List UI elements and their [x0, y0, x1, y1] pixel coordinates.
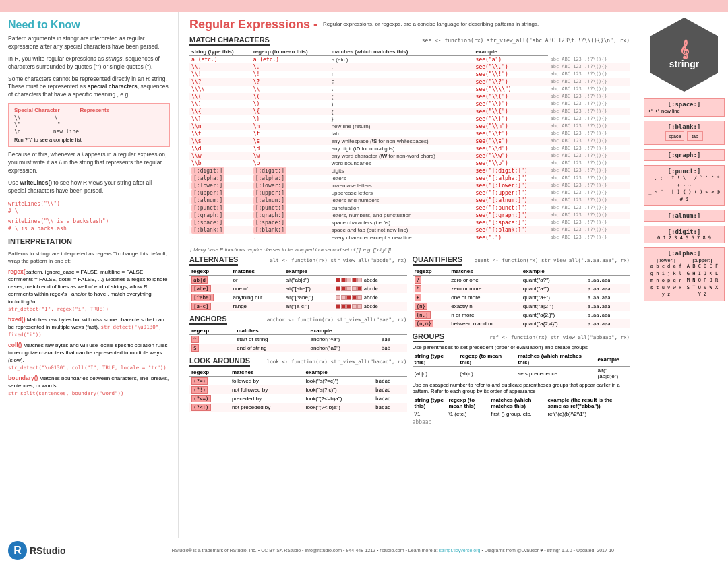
table-row: $ end of string anchor("a$") aaa: [189, 344, 407, 352]
table-row: (?<=) preceded by look("(?<=b)a") bacad: [189, 394, 407, 403]
col-regexp: regexp (to mean this): [251, 48, 330, 56]
digit-posix-box: [:digit:] 0 1 2 3 4 5 6 7 8 9: [644, 226, 725, 243]
alt-func: alt <- function(rx) str_view_all("abcde"…: [270, 257, 406, 263]
anchors-section: ANCHORS anchor <- function(rx) str_view_…: [189, 315, 407, 352]
match-table: string (type this) regexp (to mean this)…: [189, 48, 630, 241]
rstudio-text: RStudio: [30, 545, 66, 556]
alpha-posix-box: [:alpha:] [:lower:] a b c d e fg h i j k…: [644, 247, 725, 301]
interp-intro: Patterns in stringr are interpreted as r…: [8, 250, 170, 265]
left-para1: Pattern arguments in stringr are interpr…: [8, 35, 170, 51]
table-row: + one or more quant("a+") .a.aa.aaa: [413, 293, 630, 302]
table-row: {n,} n or more quant("a{2,}") .a.aa.aaa: [413, 311, 630, 319]
table-row: (ab|d) (ab|d) sets precedence alt("(ab|d…: [413, 367, 630, 381]
table-row: \\s\sany whitespace (\S for non-whitespa…: [189, 137, 630, 145]
table-row: [a-c] range alt("[a-c]") abcde: [189, 302, 407, 311]
alternates-title: ALTERNATES: [189, 255, 238, 266]
alt-col-regexp: regexp: [189, 268, 231, 276]
alt-col-example: example: [284, 268, 334, 276]
quant-func: quant <- function(rx) str_view_all(".a.a…: [475, 257, 630, 263]
table-row: (?!) not followed by look("a(?!c)") baca…: [189, 385, 407, 394]
table-row: \\}\}}see("\\}")abc ABC 123 .!?\(){}: [189, 115, 630, 123]
table-row: [:alnum:][:alnum:]letters and numberssee…: [189, 197, 630, 204]
main-title: Regular Expressions -: [189, 18, 317, 32]
table-row: \\b\bword boundariessee("\\b")abc ABC 12…: [189, 160, 630, 167]
col-matches: matches (which matches this): [330, 48, 474, 56]
sc-header-char: Special Character: [14, 107, 60, 113]
look-title: LOOK AROUNDS: [189, 356, 250, 367]
main-header: Regular Expressions - Regular expression…: [189, 18, 630, 32]
table-row: \\\\\\\see("\\\\")abc ABC 123 .!?\(){}: [189, 86, 630, 93]
blank-posix-box: [:blank:] space tab: [644, 121, 725, 145]
match-chars-title: MATCH CHARACTERS: [189, 36, 270, 46]
anchor-table: regexp matches example ^ start of string…: [189, 327, 407, 352]
left-title: Need to Know: [8, 19, 170, 31]
table-row: (?=) followed by look("a(?=c)") bacad: [189, 377, 407, 386]
far-right-panel: 𝄞 stringr [:space:] ↵ ↵ new line [:blank…: [640, 12, 728, 538]
table-row: [:punct:][:punct:]punctuationsee("[:punc…: [189, 204, 630, 212]
table-row: ..every character except a new linesee("…: [189, 234, 630, 241]
table-row: \\)\))see("\\)")abc ABC 123 .!?\(){}: [189, 100, 630, 108]
digit-label: [:digit:]: [648, 228, 720, 235]
main-panel: Regular Expressions - Regular expression…: [183, 12, 636, 538]
alt-quant-section: ALTERNATES alt <- function(rx) str_view_…: [189, 255, 630, 425]
anchors-title: ANCHORS: [189, 315, 227, 325]
groups-table2: string (type this) regexp (to mean this)…: [413, 396, 630, 418]
alnum-posix-box: [:alnum:]: [644, 210, 725, 222]
table-row: a (etc.)a (etc.)a (etc.)see("a")abc ABC …: [189, 56, 630, 64]
code-block-2: writeLines("\\ is a backslash") # \ is a…: [8, 217, 170, 232]
quant-table: regexp matches example ? zero or one qua…: [413, 268, 630, 328]
alternates-section: ALTERNATES alt <- function(rx) str_view_…: [189, 255, 407, 425]
table-row: \\w\wany word character (\W for non-word…: [189, 152, 630, 160]
col-example: example: [474, 48, 549, 56]
table-row: ab|d or alt("ab|d") abcde: [189, 276, 407, 285]
table-row: ^ start of string anchor("^a") aaa: [189, 335, 407, 344]
table-row: [:lower:][:lower:]lowercase letterssee("…: [189, 182, 630, 189]
left-para3: Some characters cannot be represented di…: [8, 75, 170, 100]
punct-label: [:punct:]: [648, 168, 720, 175]
graph-posix-box: [:graph:]: [644, 149, 725, 161]
table-row: \\(\((see("\\(")abc ABC 123 .!?\(){}: [189, 93, 630, 100]
space-label: [:space:]: [648, 101, 720, 108]
special-char-box: Special Character Represents \\\ \"" \nn…: [8, 103, 170, 147]
digit-chars: 0 1 2 3 4 5 6 7 8 9: [648, 235, 720, 241]
look-table: regexp matches example (?=) followed by …: [189, 369, 407, 412]
upper-label: [:upper:]: [685, 258, 720, 263]
groups-note: Use an escaped number to refer to and du…: [413, 382, 630, 394]
groups-table: string (type this) regexp (to mean this)…: [413, 352, 630, 380]
alpha-label: [:alpha:]: [648, 250, 720, 257]
sc-row-3: \n: [14, 129, 21, 135]
bottom-bar: R RStudio RStudio® is a trademark of RSt…: [0, 538, 728, 562]
anchor-func: anchor <- function(rx) str_view_all("aaa…: [267, 317, 407, 323]
match-func-line: see <- function(rx) str_view_all("abc AB…: [422, 38, 630, 44]
table-row: \\.\..see("\\.")abc ABC 123 .!?\(){}: [189, 63, 630, 71]
main-subtitle: Regular expressions, or regexps, are a c…: [323, 18, 539, 28]
table-row: {n} exactly n quant("a{2}") .a.aa.aaa: [413, 302, 630, 311]
footer-text: RStudio® is a trademark of RStudio, Inc.…: [66, 548, 720, 553]
look-section: LOOK AROUNDS look <- function(rx) str_vi…: [189, 356, 407, 412]
table-row: [:digit:][:digit:]digitssee("[:digit:]")…: [189, 167, 630, 175]
space-posix-box: [:space:] ↵ ↵ new line: [644, 98, 725, 117]
match-chars-section: MATCH CHARACTERS see <- function(rx) str…: [189, 36, 630, 253]
space-vis: space: [665, 131, 684, 141]
punct-posix-box: [:punct:] . , ; : ? ! \ | / ` ' ^ * + - …: [644, 165, 725, 206]
groups-section: GROUPS ref <- function(rx) str_view_all(…: [413, 332, 630, 425]
table-row: \\d\dany digit (\D for non-digits)see("\…: [189, 145, 630, 152]
top-banner: [0, 0, 728, 12]
violin-icon: 𝄞: [679, 40, 689, 59]
alnum-label: [:alnum:]: [648, 212, 720, 219]
sc-note: Run ?"\" to see a complete list: [14, 137, 164, 143]
alt-table: regexp matches example ab|d or alt("ab|d…: [189, 268, 407, 311]
left-para5: Use writeLines() to see how R views your…: [8, 179, 170, 195]
groups-func: ref <- function(rx) str_view_all("abbaab…: [489, 334, 630, 340]
table-row: \\?\??see("\\?")abc ABC 123 .!?\(){}: [189, 78, 630, 86]
interpretation-title: INTERPRETATION: [8, 237, 170, 247]
rstudio-logo: R RStudio: [8, 541, 66, 560]
lower-chars: a b c d e fg h i j k lm n o p q rs t u v…: [648, 263, 684, 299]
lower-label: [:lower:]: [648, 258, 684, 263]
table-row: \\{\{{see("\\{")abc ABC 123 .!?\(){}: [189, 108, 630, 115]
newline-text: ↵ new line: [655, 108, 680, 114]
alt-col-vis: [334, 268, 407, 276]
table-row: (?<!) not preceded by look("(?<!b)a") ba…: [189, 403, 407, 412]
table-row: [:space:][:space:]space characters (i.e.…: [189, 219, 630, 226]
table-row: \\t\ttabsee("\\t")abc ABC 123 .!?\(){}: [189, 130, 630, 137]
